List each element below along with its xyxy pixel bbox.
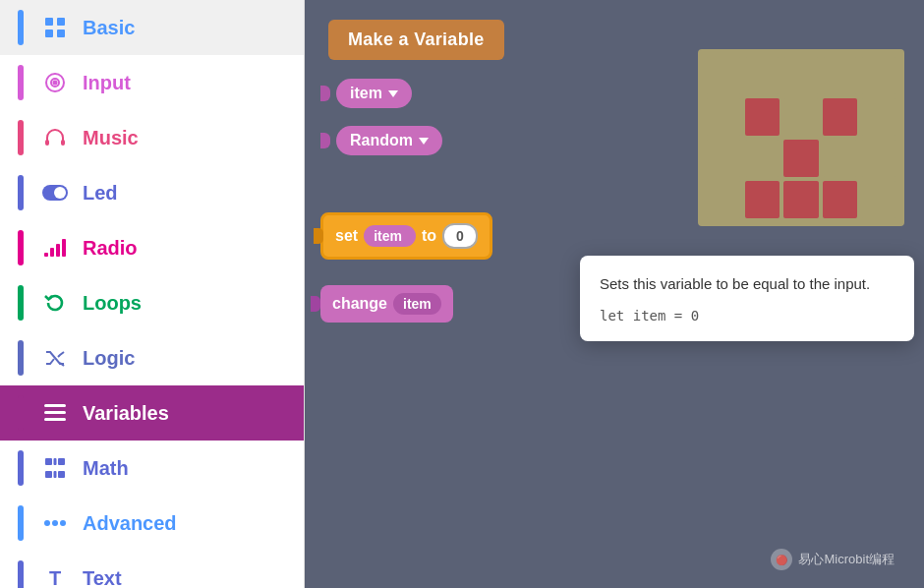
svg-rect-16	[44, 411, 66, 414]
set-item-pill[interactable]: item	[364, 225, 416, 247]
random-block[interactable]: Random	[336, 126, 442, 155]
svg-rect-3	[57, 29, 65, 37]
shuffle-icon	[41, 348, 69, 368]
grid-icon	[41, 17, 69, 38]
headphones-icon	[41, 127, 69, 148]
sidebar-item-basic[interactable]: Basic	[0, 0, 304, 55]
change-item-pill[interactable]: item	[393, 293, 441, 315]
connector-nub-random	[320, 133, 330, 148]
sidebar-item-music[interactable]: Music	[0, 110, 304, 165]
svg-rect-23	[54, 471, 57, 478]
sidebar-item-loops-label: Loops	[83, 292, 142, 315]
item-block[interactable]: item	[336, 79, 412, 108]
item-dropdown-arrow	[388, 90, 398, 97]
sidebar-item-led[interactable]: Led	[0, 165, 304, 220]
main-blocks-area: Make a Variable item Random set item t	[305, 0, 924, 588]
random-block-row: Random	[320, 126, 442, 155]
sidebar-item-music-label: Music	[83, 127, 139, 149]
change-item-label: item	[403, 296, 432, 312]
bars-icon	[41, 239, 69, 257]
set-item-label: item	[374, 228, 402, 244]
sidebar-item-text-label: Text	[83, 567, 122, 589]
svg-rect-1	[57, 18, 65, 26]
random-dropdown-arrow	[419, 138, 429, 145]
svg-rect-14	[62, 239, 66, 257]
sidebar-item-math[interactable]: Math	[0, 441, 304, 496]
svg-rect-2	[45, 29, 53, 37]
svg-rect-17	[44, 418, 66, 421]
svg-rect-13	[56, 244, 60, 257]
to-label: to	[422, 227, 436, 245]
svg-rect-11	[44, 253, 48, 257]
sidebar-item-loops[interactable]: Loops	[0, 275, 304, 330]
svg-rect-8	[61, 140, 65, 146]
item-block-row: item	[320, 79, 442, 108]
change-block-nub	[311, 296, 320, 312]
connector-nub-item	[320, 86, 330, 101]
change-block[interactable]: change item	[320, 285, 453, 323]
watermark: 🔴 易心Microbit编程	[771, 549, 895, 570]
set-block[interactable]: set item to 0	[320, 212, 492, 260]
sidebar-item-input-label: Input	[83, 72, 131, 94]
svg-rect-20	[45, 471, 52, 478]
sidebar-item-advanced-label: Advanced	[83, 512, 177, 535]
sidebar-item-input[interactable]: Input	[0, 55, 304, 110]
make-variable-button[interactable]: Make a Variable	[328, 20, 504, 60]
change-label: change	[332, 295, 387, 313]
item-block-label: item	[350, 85, 382, 102]
sidebar-item-basic-label: Basic	[83, 17, 135, 39]
sidebar-item-led-label: Led	[83, 182, 118, 205]
set-block-nub	[314, 228, 323, 244]
text-icon: T	[41, 567, 69, 589]
random-block-label: Random	[350, 132, 413, 149]
svg-point-25	[52, 520, 58, 526]
set-label: set	[335, 227, 358, 245]
sidebar-item-variables[interactable]: Variables	[0, 385, 304, 441]
sidebar-item-text[interactable]: T Text	[0, 551, 304, 588]
svg-rect-22	[54, 458, 57, 465]
sidebar-item-logic-label: Logic	[83, 347, 135, 370]
dots-icon	[41, 519, 69, 527]
svg-rect-15	[44, 404, 66, 407]
svg-rect-0	[45, 18, 53, 26]
toggle-icon	[41, 185, 69, 201]
svg-point-24	[44, 520, 50, 526]
refresh-icon	[41, 292, 69, 314]
svg-point-10	[54, 187, 66, 199]
sidebar-item-advanced[interactable]: Advanced	[0, 496, 304, 551]
sidebar-item-variables-label: Variables	[83, 402, 169, 425]
sidebar-item-radio-label: Radio	[83, 237, 138, 260]
tooltip-code: let item = 0	[600, 308, 895, 323]
svg-rect-19	[58, 458, 65, 465]
watermark-icon: 🔴	[771, 549, 792, 570]
svg-rect-7	[45, 140, 49, 146]
sidebar-item-math-label: Math	[83, 457, 129, 480]
watermark-text: 易心Microbit编程	[798, 551, 895, 568]
svg-rect-12	[50, 248, 54, 257]
math-icon	[41, 457, 69, 479]
sidebar-item-radio[interactable]: Radio	[0, 220, 304, 275]
tooltip-description: Sets this variable to be equal to the in…	[600, 273, 895, 294]
sidebar-item-logic[interactable]: Logic	[0, 330, 304, 385]
blocks-list: item Random	[320, 79, 442, 155]
svg-rect-18	[45, 458, 52, 465]
target-icon	[41, 72, 69, 93]
list-icon	[41, 404, 69, 422]
bg-dots-decoration	[698, 49, 904, 226]
set-value-box[interactable]: 0	[442, 223, 478, 249]
svg-point-6	[54, 82, 57, 85]
svg-rect-21	[58, 471, 65, 478]
tooltip-box: Sets this variable to be equal to the in…	[580, 256, 914, 341]
sidebar: Basic Input Music Led	[0, 0, 305, 588]
svg-point-26	[60, 520, 66, 526]
